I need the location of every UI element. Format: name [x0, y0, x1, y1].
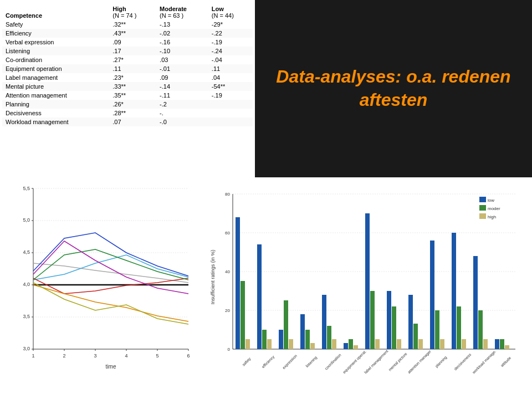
svg-text:Insufficient ratings (in %): Insufficient ratings (in %)	[210, 250, 216, 304]
cell-high: .11	[109, 64, 156, 73]
svg-rect-62	[332, 339, 336, 349]
row-label: Verbal expression	[2, 38, 109, 47]
svg-text:efficiency: efficiency	[261, 355, 276, 370]
svg-rect-61	[327, 326, 331, 349]
svg-text:1: 1	[32, 353, 34, 359]
svg-rect-53	[284, 300, 288, 349]
svg-text:4: 4	[125, 353, 127, 359]
cell-mod: .03	[156, 55, 208, 64]
svg-rect-80	[430, 241, 434, 349]
svg-text:2: 2	[63, 353, 65, 359]
svg-text:5,5: 5,5	[23, 186, 30, 191]
svg-rect-94	[505, 345, 509, 349]
svg-text:attention manager: attention manager	[407, 349, 432, 375]
svg-text:planning: planning	[434, 355, 448, 369]
table-row: Label management .23* .09 .04	[2, 73, 253, 82]
svg-text:0: 0	[228, 347, 231, 352]
row-label: Efficiency	[2, 29, 109, 38]
cell-mod: -.16	[156, 38, 208, 47]
svg-text:expression: expression	[282, 354, 298, 370]
svg-rect-78	[418, 339, 423, 349]
cell-low	[208, 100, 253, 109]
svg-rect-50	[267, 339, 272, 349]
row-label: Workload management	[2, 117, 109, 126]
cell-high: .35**	[109, 91, 156, 100]
row-label: Attention management	[2, 91, 109, 100]
svg-text:4,0: 4,0	[23, 282, 30, 287]
legend-high-box	[479, 213, 486, 219]
svg-rect-84	[452, 233, 456, 349]
svg-rect-73	[392, 306, 396, 349]
svg-rect-82	[440, 339, 444, 349]
legend-low-label: low	[488, 198, 494, 203]
svg-text:80: 80	[225, 192, 230, 197]
svg-text:3,5: 3,5	[23, 314, 30, 319]
svg-rect-93	[500, 339, 504, 349]
bar-chart: Insufficient ratings (in %) 0 20 40 60 8…	[208, 183, 524, 388]
svg-text:4,5: 4,5	[23, 249, 30, 255]
col-moderate: Moderate(N = 63 )	[156, 4, 208, 20]
svg-rect-64	[344, 343, 348, 349]
svg-rect-65	[349, 339, 353, 349]
cell-mod: -.02	[156, 29, 208, 38]
svg-rect-56	[300, 314, 305, 349]
svg-text:time: time	[106, 364, 116, 370]
cell-high: .07	[109, 117, 156, 126]
svg-text:attitude: attitude	[500, 356, 511, 367]
col-low: Low(N = 44)	[208, 4, 253, 20]
svg-rect-89	[478, 310, 483, 349]
header-title: Data-analyses: o.a. redenen aftesten	[266, 65, 521, 111]
svg-rect-46	[245, 339, 250, 349]
bar-chart-area: Insufficient ratings (in %) 0 20 40 60 8…	[205, 177, 532, 399]
row-label: Equipment operation	[2, 64, 109, 73]
svg-text:safety: safety	[242, 356, 252, 367]
table-row: Planning .26* -.2	[2, 100, 253, 109]
svg-rect-60	[322, 295, 326, 349]
legend-high-label: high	[488, 214, 496, 219]
svg-text:3,0: 3,0	[23, 346, 30, 351]
svg-rect-86	[462, 339, 466, 349]
svg-rect-45	[241, 281, 245, 349]
cell-high: .28**	[109, 109, 156, 117]
legend-low-box	[479, 197, 486, 202]
svg-text:mental picture: mental picture	[388, 352, 408, 372]
cell-high: .17	[109, 47, 156, 55]
cell-mod: -.0	[156, 117, 208, 126]
table-area: Competence High(N = 74 ) Moderate(N = 63…	[0, 0, 255, 177]
row-label: Listening	[2, 47, 109, 55]
svg-rect-70	[375, 339, 380, 349]
cell-high: .43**	[109, 29, 156, 38]
table-row: Equipment operation .11 -.01 .11	[2, 64, 253, 73]
svg-text:label management: label management	[364, 349, 389, 375]
svg-text:6: 6	[187, 353, 190, 359]
row-label: Label management	[2, 73, 109, 82]
svg-rect-88	[473, 256, 478, 349]
row-label: Mental picture	[2, 82, 109, 91]
svg-rect-48	[257, 244, 262, 349]
svg-rect-69	[370, 291, 375, 349]
col-competence: Competence	[2, 4, 109, 20]
cell-high: .32**	[109, 20, 156, 29]
cell-high: .09	[109, 38, 156, 47]
svg-rect-44	[236, 217, 240, 349]
line-chart: 5,5 5,0 4,5 4,0 3,5 3,0 1 2 3 4	[6, 183, 200, 388]
row-label: Safety	[2, 20, 109, 29]
table-row: Listening .17 -.10 -.24	[2, 47, 253, 55]
cell-mod: -.01	[156, 64, 208, 73]
cell-mod: -.2	[156, 100, 208, 109]
svg-rect-90	[483, 339, 488, 349]
cell-low	[208, 117, 253, 126]
svg-rect-77	[413, 324, 418, 349]
svg-rect-66	[354, 345, 358, 349]
cell-high: .33**	[109, 82, 156, 91]
svg-text:coordination: coordination	[324, 353, 342, 371]
svg-text:decisiveness: decisiveness	[453, 352, 472, 371]
row-label: Planning	[2, 100, 109, 109]
table-row: Verbal expression .09 -.16 -.19	[2, 38, 253, 47]
line-chart-area: 5,5 5,0 4,5 4,0 3,5 3,0 1 2 3 4	[0, 177, 205, 399]
header-box: Data-analyses: o.a. redenen aftesten	[255, 0, 532, 177]
svg-rect-49	[262, 330, 267, 349]
cell-high: .26*	[109, 100, 156, 109]
svg-rect-92	[495, 339, 499, 349]
table-row: Efficiency .43** -.02 -.22	[2, 29, 253, 38]
